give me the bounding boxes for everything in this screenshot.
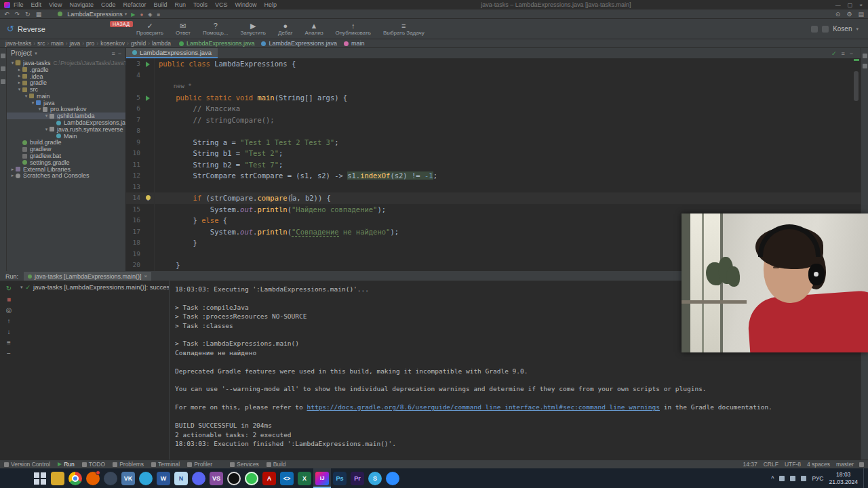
tree-toggle[interactable]: ▾ xyxy=(43,127,50,132)
run-toolbar-settings-icon[interactable]: ≡ xyxy=(7,339,11,346)
code-line-9[interactable]: 9 String a = "Test 1 Test 2 Test 3"; xyxy=(126,137,868,148)
commit-stripe-icon[interactable] xyxy=(1,66,5,71)
gradle-stripe-icon[interactable] xyxy=(863,54,867,58)
tree-item-src[interactable]: ▾src xyxy=(7,86,125,93)
code-line-8[interactable]: 8 xyxy=(126,125,868,137)
toolbar-button-publish[interactable]: ↑Опубликовать xyxy=(331,21,376,37)
open-tab-1[interactable]: LambdaExpressions.java xyxy=(261,40,337,47)
run-toolbar-stop-icon[interactable]: ■ xyxy=(7,296,11,303)
menu-refactor[interactable]: Refactor xyxy=(123,1,146,8)
console-link[interactable]: https://docs.gradle.org/8.6/userguide/co… xyxy=(307,403,659,411)
code-line-7[interactable]: 7 // stringCompare(); xyxy=(126,115,868,126)
hide-icon[interactable]: − xyxy=(850,50,853,57)
tree-toggle[interactable]: ▸ xyxy=(9,167,16,172)
editor-tab-active[interactable]: LambdaExpressions.java xyxy=(126,48,218,58)
menu-build[interactable]: Build xyxy=(153,1,167,8)
taskbar-app-notepad[interactable]: N xyxy=(172,468,190,488)
forward-icon[interactable]: ↷ xyxy=(15,11,20,18)
tree-item-gradle[interactable]: ▸gradle xyxy=(7,79,125,86)
run-toolbar-pin-icon[interactable]: ◎ xyxy=(6,306,12,314)
run-tab[interactable]: java-tasks [LambdaExpressions.main()] × xyxy=(24,272,151,281)
search-icon[interactable]: ⊙ xyxy=(835,11,841,18)
breadcrumb-main[interactable]: main xyxy=(50,40,64,47)
tree-toggle[interactable]: ▸ xyxy=(16,67,22,73)
breadcrumb-java[interactable]: java xyxy=(68,40,82,47)
menu-view[interactable]: View xyxy=(49,1,62,8)
statusbar-profiler[interactable]: Profiler xyxy=(187,461,212,468)
show-desktop-button[interactable] xyxy=(863,468,866,488)
stop-icon[interactable]: ■ xyxy=(157,12,160,18)
tree-item-java-rush-syntax-reverse[interactable]: ▾java.rush.syntax.reverse xyxy=(7,126,125,133)
taskbar-app-obs[interactable] xyxy=(225,468,243,488)
tree-toggle[interactable]: ▾ xyxy=(23,94,29,99)
taskbar-app-discord[interactable] xyxy=(190,468,208,488)
taskbar-app-skype[interactable]: S xyxy=(366,468,384,488)
taskbar-app-vk[interactable]: VK xyxy=(119,468,137,488)
code-line-3[interactable]: 3public class LambdaExpressions { xyxy=(126,58,868,70)
taskbar-app-zoom[interactable] xyxy=(384,468,401,488)
inspections-ok-icon[interactable]: ✓ xyxy=(831,50,837,57)
tree-item-build-gradle[interactable]: build.gradle xyxy=(7,140,125,146)
tray-network-icon[interactable] xyxy=(801,476,806,481)
menu-vcs[interactable]: VCS xyxy=(215,1,228,8)
breadcrumb-lambda[interactable]: lambda xyxy=(151,40,172,47)
tree-item-java-tasks[interactable]: ▾java-tasksC:\Projects\JavaTasks\JavaTas… xyxy=(7,60,125,66)
notifications-icon[interactable] xyxy=(859,462,864,467)
back-badge[interactable]: НАЗАД xyxy=(110,21,133,27)
tree-item-gshild-lambda[interactable]: ▾gshild.lambda xyxy=(7,113,125,119)
run-toolbar-rerun-icon[interactable]: ↻ xyxy=(6,285,12,292)
tree-item-settings-gradle[interactable]: settings.gradle xyxy=(7,159,125,166)
minimize-button[interactable]: — xyxy=(835,2,841,8)
menu-file[interactable]: File xyxy=(14,1,24,8)
build-icon[interactable]: ▦ xyxy=(36,11,42,18)
tree-toggle[interactable]: ▾ xyxy=(16,87,22,92)
hide-panel-icon[interactable]: − xyxy=(118,50,121,57)
tree-item-external-libraries[interactable]: ▸External Libraries xyxy=(7,166,125,173)
statusbar-terminal[interactable]: Terminal xyxy=(151,461,180,468)
statusbar-right-3[interactable]: 4 spaces xyxy=(807,461,830,468)
run-toolbar-hide-icon[interactable]: − xyxy=(7,350,11,357)
tree-item-gradlew-bat[interactable]: gradlew.bat xyxy=(7,152,125,159)
statusbar-right-4[interactable]: master xyxy=(836,461,854,468)
tree-toggle[interactable]: ▾ xyxy=(37,106,43,112)
tree-item-lambdaexpressions-java[interactable]: LambdaExpressions.java xyxy=(7,119,125,126)
user-menu[interactable]: Kosen ▾ xyxy=(811,25,868,33)
taskbar-app-visual-studio[interactable]: VS xyxy=(208,468,225,488)
taskbar-app-premiere[interactable]: Pr xyxy=(349,468,366,488)
run-line-icon[interactable] xyxy=(146,62,150,67)
language-indicator[interactable]: РУС xyxy=(812,475,823,482)
toolbar-button-analyze[interactable]: ▲Анализ xyxy=(300,21,328,37)
toolbar-button-help[interactable]: ?Помощь... xyxy=(198,21,233,37)
code-line-5[interactable]: 5 public static void main(String[] args)… xyxy=(126,92,868,104)
code-line-14[interactable]: 14 if (strCompare.compare(a, b2)) { xyxy=(126,192,868,204)
run-configuration-combo[interactable]: LambdaExpressions ▾ xyxy=(58,11,127,18)
taskbar-app-file-explorer[interactable] xyxy=(49,468,66,488)
taskbar-app-firefox[interactable] xyxy=(84,468,102,488)
open-tab-0[interactable]: LambdaExpressions.java xyxy=(179,40,255,47)
taskbar-app-acrobat[interactable]: A xyxy=(260,468,278,488)
taskbar-app-photoshop[interactable]: Ps xyxy=(331,468,349,488)
tree-toggle[interactable]: ▸ xyxy=(16,73,22,79)
tree-item--idea[interactable]: ▸.idea xyxy=(7,73,125,80)
breadcrumb-src[interactable]: src xyxy=(36,40,46,47)
code-line-4[interactable]: 4 xyxy=(126,70,868,81)
taskbar-app-steam[interactable] xyxy=(102,468,119,488)
statusbar-version-control[interactable]: Version Control xyxy=(4,461,50,468)
statusbar-build[interactable]: Build xyxy=(267,461,286,468)
code-line-10[interactable]: 10 String b1 = "Test 2"; xyxy=(126,148,868,159)
options-icon[interactable]: ≡ xyxy=(111,50,115,57)
tree-toggle[interactable]: ▸ xyxy=(9,173,16,178)
project-panel-header[interactable]: Project ▾ ≡ − xyxy=(7,48,125,58)
menu-run[interactable]: Run xyxy=(174,1,186,8)
coverage-icon[interactable]: ◈ xyxy=(148,12,152,18)
notifications-stripe-icon[interactable] xyxy=(863,64,867,68)
close-button[interactable]: × xyxy=(859,2,863,8)
taskbar-app-vscode[interactable]: <> xyxy=(278,468,296,488)
menu-code[interactable]: Code xyxy=(101,1,116,8)
run-icon[interactable]: ▶ xyxy=(131,12,135,18)
statusbar-run[interactable]: Run xyxy=(58,461,75,468)
tree-item-java[interactable]: ▾java xyxy=(7,100,125,106)
tree-item-main[interactable]: Main xyxy=(7,133,125,140)
statusbar-right-0[interactable]: 14:37 xyxy=(743,461,757,468)
open-tab-2[interactable]: main xyxy=(344,40,365,47)
